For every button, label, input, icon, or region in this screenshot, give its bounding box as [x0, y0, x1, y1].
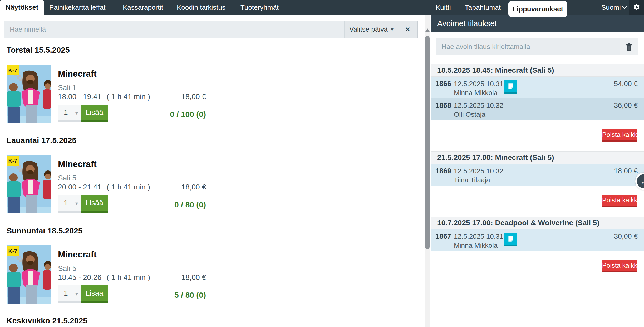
show-time: 20.00 - 21.41( 1 h 41 min ) — [58, 183, 150, 191]
trash-icon — [625, 43, 633, 51]
quantity-select[interactable]: 1 ▾ — [58, 105, 81, 122]
tab-kuitti[interactable]: Kuitti — [436, 0, 451, 15]
reservations-panel: Avoimet tilaukset 18.5.2025 18.45: Minec… — [431, 15, 644, 327]
order-price: 30,00 € — [614, 232, 638, 241]
order-created: 12.5.2025 10.31 — [454, 80, 503, 88]
order-row[interactable]: 1866 12.5.2025 10.31 Minna Mikkola 54,00… — [431, 77, 644, 98]
caret-down-icon: ▾ — [75, 110, 78, 116]
time-range: 20.00 - 21.41 — [58, 183, 101, 191]
tab-tuoteryhmat[interactable]: Tuoteryhmät — [240, 0, 279, 15]
show-title: Minecraft — [58, 250, 97, 260]
order-created: 12.5.2025 10.32 — [454, 101, 503, 110]
movie-poster: K-7 — [7, 65, 51, 123]
delete-all-button[interactable]: Poista kaikki — [602, 260, 637, 272]
order-id: 1868 — [435, 101, 451, 110]
note-button[interactable] — [504, 80, 517, 94]
time-range: 18.00 - 19.41 — [58, 92, 101, 101]
ticket-price: 18,00 € — [181, 183, 206, 191]
order-price: 36,00 € — [614, 101, 638, 110]
quantity-value: 1 — [64, 108, 68, 117]
duration: ( 1 h 41 min ) — [107, 183, 150, 191]
open-orders-header: Avoimet tilaukset — [431, 15, 644, 32]
show-title: Minecraft — [58, 69, 97, 79]
order-created: 12.5.2025 10.31 — [454, 232, 503, 241]
scrollbar-track — [425, 15, 430, 327]
order-id: 1866 — [435, 80, 451, 88]
order-customer: Tiina Tilaaja — [454, 176, 490, 184]
ticket-price: 18,00 € — [181, 92, 206, 101]
scrollbar-thumb[interactable] — [425, 36, 430, 249]
tab-naytokset[interactable]: Näytökset — [0, 0, 44, 15]
day-heading: Keskiviikko 21.5.2025 — [7, 316, 87, 325]
gear-icon — [632, 3, 641, 12]
tab-kassaraportit[interactable]: Kassaraportit — [123, 0, 163, 15]
select-day-button[interactable]: Valitse päivä ▾ — [345, 21, 398, 38]
order-price: 18,00 € — [614, 167, 638, 175]
order-id: 1867 — [435, 232, 451, 241]
show-hall: Sali 5 — [58, 264, 76, 273]
duration: ( 1 h 41 min ) — [107, 92, 150, 101]
caret-down-icon: ▾ — [75, 291, 78, 297]
order-row[interactable]: 1867 12.5.2025 10.31 Minna Mikkola 30,00… — [431, 229, 644, 251]
show-title: Minecraft — [58, 159, 97, 169]
order-group-header: 10.7.2025 17.00: Deadpool & Wolverine (S… — [431, 217, 644, 229]
delete-all-button[interactable]: Poista kaikki — [602, 129, 637, 142]
show-time: 18.00 - 19.41( 1 h 41 min ) — [58, 92, 150, 101]
day-heading: Sunnuntai 18.5.2025 — [7, 226, 82, 235]
scrollbar-up-arrow[interactable] — [425, 28, 430, 32]
movie-poster: K-7 — [7, 245, 51, 304]
quantity-value: 1 — [64, 199, 68, 207]
order-customer: Minna Mikkola — [454, 241, 498, 250]
quantity-value: 1 — [64, 289, 68, 297]
availability-count: 0 / 100 (0) — [170, 110, 206, 119]
language-selector[interactable]: Suomi — [601, 0, 621, 15]
settings-button[interactable] — [629, 0, 644, 15]
order-row[interactable]: 1869 12.5.2025 10.32 Tiina Tilaaja 18,00… — [431, 164, 644, 186]
order-row[interactable]: 1868 12.5.2025 10.32 Olli Ostaja 36,00 € — [431, 98, 644, 120]
tab-koodin-tarkistus[interactable]: Koodin tarkistus — [177, 0, 225, 15]
ticket-price: 18,00 € — [181, 273, 206, 282]
rating-badge: K-7 — [7, 65, 19, 75]
note-button[interactable] — [504, 233, 517, 246]
show-time: 18.45 - 20.26( 1 h 41 min ) — [58, 273, 150, 282]
day-heading: Lauantai 17.5.2025 — [7, 136, 76, 145]
order-price: 54,00 € — [614, 80, 638, 88]
note-icon — [507, 83, 514, 90]
duration: ( 1 h 41 min ) — [107, 273, 150, 281]
add-button[interactable]: Lisää — [81, 285, 108, 303]
quantity-select[interactable]: 1 ▾ — [58, 195, 81, 213]
back-arrow-icon: ← — [640, 177, 644, 186]
clear-filter-button[interactable]: × — [398, 21, 418, 38]
show-card: K-7 Minecraft Sali 1 18.00 - 19.41( 1 h … — [7, 65, 206, 123]
tab-painikekartta-leffat[interactable]: Painikekartta leffat — [49, 0, 105, 15]
divider — [0, 56, 424, 56]
order-group-header: 18.5.2025 18.45: Minecraft (Sali 5) — [431, 64, 644, 77]
add-button[interactable]: Lisää — [81, 195, 108, 213]
top-nav: Näytökset Painikekartta leffat Kassarapo… — [0, 0, 644, 15]
rating-badge: K-7 — [7, 156, 19, 166]
show-card: K-7 Minecraft Sali 5 20.00 - 21.41( 1 h … — [7, 155, 206, 213]
open-order-search-input[interactable] — [436, 38, 620, 55]
quantity-select[interactable]: 1 ▾ — [58, 285, 81, 303]
divider — [0, 133, 424, 133]
divider — [0, 310, 424, 310]
showings-panel: Valitse päivä ▾ × Torstai 15.5.2025 — [0, 15, 424, 327]
add-button[interactable]: Lisää — [81, 105, 108, 122]
caret-down-icon: ▾ — [75, 200, 78, 207]
availability-count: 5 / 80 (0) — [174, 291, 206, 300]
tab-tapahtumat[interactable]: Tapahtumat — [465, 0, 501, 15]
movie-poster: K-7 — [7, 155, 51, 213]
availability-count: 0 / 80 (0) — [174, 200, 206, 209]
select-day-label: Valitse päivä — [349, 25, 388, 33]
search-input[interactable] — [4, 21, 345, 38]
order-customer: Minna Mikkola — [454, 89, 498, 97]
order-group-header: 21.5.2025 17.00: Minecraft (Sali 5) — [431, 151, 644, 164]
order-customer: Olli Ostaja — [454, 110, 485, 119]
order-created: 12.5.2025 10.32 — [454, 167, 503, 175]
clear-search-button[interactable] — [620, 38, 638, 55]
delete-all-button[interactable]: Poista kaikki — [602, 195, 637, 207]
time-range: 18.45 - 20.26 — [58, 273, 101, 281]
tab-lippuvaraukset[interactable]: Lippuvaraukset — [508, 1, 567, 17]
caret-down-icon: ▾ — [391, 26, 394, 32]
order-id: 1869 — [435, 167, 451, 175]
